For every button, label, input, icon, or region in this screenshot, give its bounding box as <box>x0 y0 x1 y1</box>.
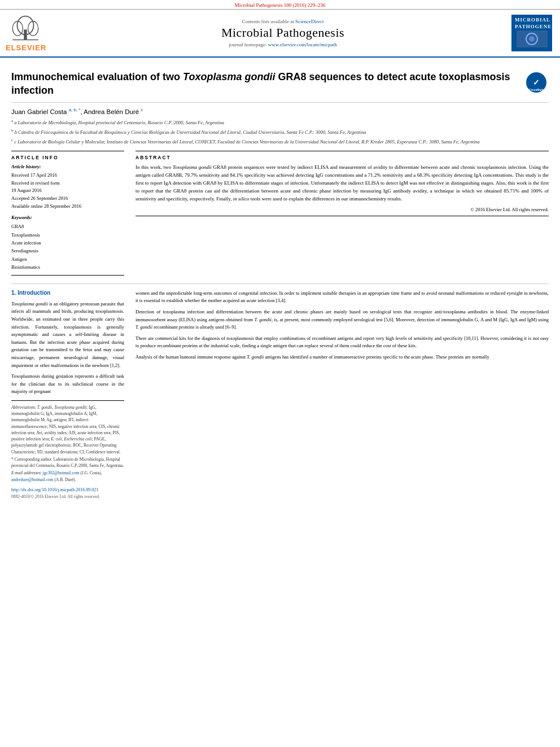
authors-line: Juan Gabriel Costa a, b, *, Andrea Belén… <box>11 107 549 115</box>
elsevier-tree-icon <box>6 14 45 42</box>
keyword-2: Acute infection <box>11 239 124 247</box>
affiliation-c: c c Laboratorio de Biología Celular y Mo… <box>11 137 549 146</box>
doi-link[interactable]: http://dx.doi.org/10.1016/j.micpath.2016… <box>11 487 98 492</box>
crossmark-area[interactable]: ✓ CrossMark <box>526 72 549 93</box>
sciencedirect-link[interactable]: ScienceDirect <box>295 19 323 24</box>
elsevier-name-label: ELSEVIER <box>6 43 46 52</box>
svg-text:✓: ✓ <box>533 78 540 87</box>
crossmark-icon[interactable]: ✓ CrossMark <box>526 72 546 93</box>
keyword-4: Antigen <box>11 255 124 263</box>
main-content: Immunochemical evaluation of two Toxopla… <box>0 58 560 505</box>
email2-link[interactable]: andredure@hotmail.com <box>11 477 54 482</box>
copyright-line: © 2016 Elsevier Ltd. All rights reserved… <box>135 207 549 212</box>
journal-logo-graphic <box>517 30 548 47</box>
author2-sup: c <box>141 107 143 112</box>
date-received: Received 17 April 2016 <box>11 172 124 180</box>
right-para-1: women and the unpredictable long-term ou… <box>135 290 549 305</box>
article-info-box: ARTICLE INFO Article history: Received 1… <box>11 151 124 276</box>
date-revised: 19 August 2016 <box>11 187 124 195</box>
elsevier-logo-area: ELSEVIER <box>6 14 56 52</box>
intro-para-2: Toxoplasmosis during gestation represent… <box>11 373 124 396</box>
intro-heading: 1. Introduction <box>11 290 124 296</box>
keywords-label: Keywords: <box>11 215 124 220</box>
keyword-3: Serodiagnosis <box>11 247 124 255</box>
right-para-2: Detection of toxoplasma infection and di… <box>135 308 549 331</box>
journal-logo-title1: MICROBIAL <box>515 17 549 24</box>
abstract-col: ABSTRACT In this work, two Toxoplasma go… <box>135 151 549 276</box>
affiliation-b: b b Cátedra de Fisicoquímica de la Facul… <box>11 128 549 136</box>
journal-center: Contents lists available at ScienceDirec… <box>56 19 509 47</box>
intro-para-1: Toxoplasma gondii is an obligatory proto… <box>11 300 124 369</box>
affiliation-a: a a Laboratorio de Microbiología, Hospit… <box>11 118 549 126</box>
keyword-1: Toxoplasmosis <box>11 231 124 239</box>
intro-body-left: Toxoplasma gondii is an obligatory proto… <box>11 300 124 396</box>
article-info-col: ARTICLE INFO Article history: Received 1… <box>11 151 124 276</box>
svg-point-7 <box>529 36 535 42</box>
article-title-text: Immunochemical evaluation of two Toxopla… <box>11 70 520 98</box>
article-title-section: Immunochemical evaluation of two Toxopla… <box>11 63 549 103</box>
date-online: Available online 28 September 2016 <box>11 203 124 211</box>
intro-body-right: women and the unpredictable long-term ou… <box>135 290 549 361</box>
crossmark-svg: ✓ CrossMark <box>526 72 546 93</box>
intro-left-col: 1. Introduction Toxoplasma gondii is an … <box>11 290 124 499</box>
footnotes-section: Abbreviations: T. gondii, Toxoplasma gon… <box>11 400 124 483</box>
author1-sup: a, b, * <box>69 107 81 112</box>
journal-header: ELSEVIER Contents lists available at Sci… <box>0 10 560 58</box>
abstract-text: In this work, two Toxoplasma gondii GRA8… <box>135 164 549 203</box>
article-info-heading: ARTICLE INFO <box>11 155 124 160</box>
abstract-heading: ABSTRACT <box>135 155 549 160</box>
keyword-0: GRA8 <box>11 222 124 230</box>
journal-url[interactable]: www.elsevier.com/locate/micpath <box>268 42 337 47</box>
keywords-list: GRA8 Toxoplasmosis Acute infection Serod… <box>11 222 124 272</box>
svg-text:CrossMark: CrossMark <box>529 88 544 91</box>
intro-right-col: women and the unpredictable long-term ou… <box>135 290 549 499</box>
history-label: Article history: <box>11 164 124 169</box>
article-title: Immunochemical evaluation of two Toxopla… <box>11 70 520 98</box>
journal-homepage: journal homepage: www.elsevier.com/locat… <box>56 42 509 47</box>
keywords-section: Keywords: GRA8 Toxoplasmosis Acute infec… <box>11 215 124 272</box>
keyword-5: Bioinformatics <box>11 263 124 271</box>
journal-logo-box: MICROBIAL PATHOGENESIS <box>511 15 552 51</box>
article-dates: Received 17 April 2016 Received in revis… <box>11 172 124 210</box>
bottom-copyright: 0882-4010/© 2016 Elsevier Ltd. All right… <box>11 494 124 499</box>
introduction-section: 1. Introduction Toxoplasma gondii is an … <box>11 283 549 499</box>
affiliations: a a Laboratorio de Microbiología, Hospit… <box>11 118 549 145</box>
abstract-box: ABSTRACT In this work, two Toxoplasma go… <box>135 151 549 216</box>
contents-line: Contents lists available at ScienceDirec… <box>56 19 509 24</box>
journal-citation-bar: Microbial Pathogenesis 100 (2016) 229–23… <box>0 0 560 10</box>
bottom-doi: http://dx.doi.org/10.1016/j.micpath.2016… <box>11 487 124 492</box>
right-para-3: There are commercial kits for the diagno… <box>135 335 549 350</box>
journal-logo-title2: PATHOGENESIS <box>515 24 549 30</box>
date-revised-label: Received in revised form <box>11 180 124 187</box>
email1-link[interactable]: jgc302@hotmail.com <box>43 470 80 475</box>
journal-citation: Microbial Pathogenesis 100 (2016) 229–23… <box>235 2 325 8</box>
journal-logo-right: MICROBIAL PATHOGENESIS <box>509 15 554 51</box>
journal-title: Microbial Pathogenesis <box>56 25 509 40</box>
right-para-4: Analysis of the human humoral immune res… <box>135 353 549 361</box>
date-accepted: Accepted 26 September 2016 <box>11 195 124 203</box>
article-info-abstract-row: ARTICLE INFO Article history: Received 1… <box>11 151 549 276</box>
footnote-abbreviations: Abbreviations: T. gondii, Toxoplasma gon… <box>11 404 124 483</box>
